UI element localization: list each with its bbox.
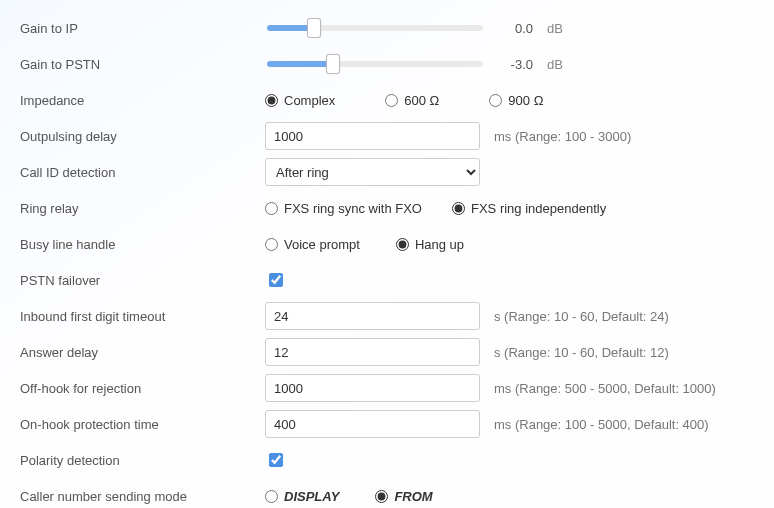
slider-gain-pstn[interactable]: [267, 61, 483, 67]
radio-ring-sync[interactable]: FXS ring sync with FXO: [265, 201, 422, 216]
select-call-id-detection[interactable]: After ring: [265, 158, 480, 186]
radio-label-600: 600 Ω: [404, 93, 439, 108]
row-gain-ip: Gain to IP 0.0 dB: [20, 10, 754, 46]
label-impedance: Impedance: [20, 93, 265, 108]
label-ring-relay: Ring relay: [20, 201, 265, 216]
row-outpulsing-delay: Outpulsing delay ms (Range: 100 - 3000): [20, 118, 754, 154]
label-off-hook: Off-hook for rejection: [20, 381, 265, 396]
row-impedance: Impedance Complex 600 Ω 900 Ω: [20, 82, 754, 118]
radio-ring-indep[interactable]: FXS ring independently: [452, 201, 606, 216]
hint-outpulsing-delay: ms (Range: 100 - 3000): [494, 129, 631, 144]
value-gain-ip: 0.0: [493, 21, 533, 36]
hint-off-hook: ms (Range: 500 - 5000, Default: 1000): [494, 381, 716, 396]
input-off-hook[interactable]: [265, 374, 480, 402]
row-call-id-detection: Call ID detection After ring: [20, 154, 754, 190]
label-call-id-detection: Call ID detection: [20, 165, 265, 180]
input-outpulsing-delay[interactable]: [265, 122, 480, 150]
input-inbound-first-digit[interactable]: [265, 302, 480, 330]
radio-label-caller-from: FROM: [394, 489, 432, 504]
label-inbound-first-digit: Inbound first digit timeout: [20, 309, 265, 324]
radio-label-ring-indep: FXS ring independently: [471, 201, 606, 216]
radio-label-complex: Complex: [284, 93, 335, 108]
radio-caller-from[interactable]: FROM: [375, 489, 432, 504]
radio-impedance-complex[interactable]: Complex: [265, 93, 335, 108]
radio-label-caller-display: DISPLAY: [284, 489, 339, 504]
hint-inbound-first-digit: s (Range: 10 - 60, Default: 24): [494, 309, 669, 324]
label-caller-mode: Caller number sending mode: [20, 489, 265, 504]
slider-gain-ip[interactable]: [267, 25, 483, 31]
label-pstn-failover: PSTN failover: [20, 273, 265, 288]
row-pstn-failover: PSTN failover: [20, 262, 754, 298]
row-off-hook: Off-hook for rejection ms (Range: 500 - …: [20, 370, 754, 406]
radio-label-busy-hang: Hang up: [415, 237, 464, 252]
row-caller-mode: Caller number sending mode DISPLAY FROM: [20, 478, 754, 508]
row-on-hook: On-hook protection time ms (Range: 100 -…: [20, 406, 754, 442]
radio-caller-display[interactable]: DISPLAY: [265, 489, 339, 504]
checkbox-polarity-detection[interactable]: [269, 453, 283, 467]
value-gain-pstn: -3.0: [493, 57, 533, 72]
radio-busy-hang[interactable]: Hang up: [396, 237, 464, 252]
radio-impedance-900[interactable]: 900 Ω: [489, 93, 543, 108]
label-gain-pstn: Gain to PSTN: [20, 57, 265, 72]
label-gain-ip: Gain to IP: [20, 21, 265, 36]
label-polarity-detection: Polarity detection: [20, 453, 265, 468]
unit-gain-pstn: dB: [547, 57, 563, 72]
row-busy-line: Busy line handle Voice prompt Hang up: [20, 226, 754, 262]
label-answer-delay: Answer delay: [20, 345, 265, 360]
row-ring-relay: Ring relay FXS ring sync with FXO FXS ri…: [20, 190, 754, 226]
radio-label-busy-voice: Voice prompt: [284, 237, 360, 252]
hint-on-hook: ms (Range: 100 - 5000, Default: 400): [494, 417, 709, 432]
label-outpulsing-delay: Outpulsing delay: [20, 129, 265, 144]
radio-busy-voice[interactable]: Voice prompt: [265, 237, 360, 252]
row-inbound-first-digit: Inbound first digit timeout s (Range: 10…: [20, 298, 754, 334]
input-answer-delay[interactable]: [265, 338, 480, 366]
radio-label-900: 900 Ω: [508, 93, 543, 108]
radio-impedance-600[interactable]: 600 Ω: [385, 93, 439, 108]
input-on-hook[interactable]: [265, 410, 480, 438]
row-polarity-detection: Polarity detection: [20, 442, 754, 478]
unit-gain-ip: dB: [547, 21, 563, 36]
checkbox-pstn-failover[interactable]: [269, 273, 283, 287]
row-gain-pstn: Gain to PSTN -3.0 dB: [20, 46, 754, 82]
label-on-hook: On-hook protection time: [20, 417, 265, 432]
radio-label-ring-sync: FXS ring sync with FXO: [284, 201, 422, 216]
label-busy-line: Busy line handle: [20, 237, 265, 252]
row-answer-delay: Answer delay s (Range: 10 - 60, Default:…: [20, 334, 754, 370]
hint-answer-delay: s (Range: 10 - 60, Default: 12): [494, 345, 669, 360]
